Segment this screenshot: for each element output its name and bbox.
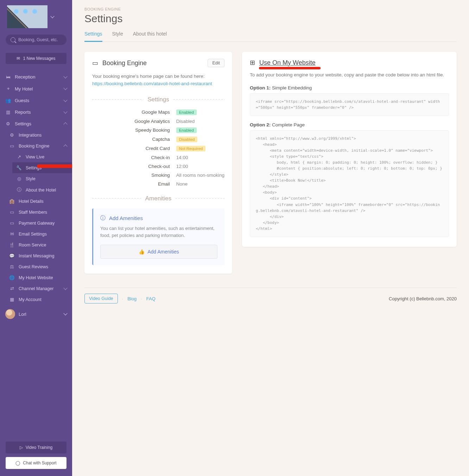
- nav-room-service[interactable]: 🍴Room Service: [5, 239, 72, 250]
- nav-myhotel[interactable]: ⌖My Hotel: [0, 83, 72, 95]
- nav-im[interactable]: 💬Instant Messaging: [5, 250, 72, 261]
- nav-label: Guests: [15, 98, 60, 103]
- main-content: BOOKING ENGINE Settings Settings Style A…: [72, 0, 469, 476]
- chat-icon: 💬: [9, 253, 15, 258]
- info-icon: ⓘ: [100, 215, 106, 221]
- nav-staff[interactable]: ▭Staff Members: [5, 207, 72, 218]
- sliders-icon: ⚙: [5, 121, 11, 126]
- divider-label: Settings: [147, 96, 169, 103]
- nav-label: Integrations: [19, 133, 67, 138]
- add-amenities-button[interactable]: 👍Add Amenities: [100, 245, 217, 259]
- video-guide-button[interactable]: Video Guide: [84, 294, 118, 303]
- nav-hotel-details[interactable]: 🏨Hotel Details: [5, 196, 72, 207]
- messages-button[interactable]: ✉ 1 New Messages: [6, 53, 66, 64]
- search-icon: [11, 37, 15, 42]
- opt-text: Complete Page: [272, 122, 305, 127]
- faq-link[interactable]: FAQ: [146, 296, 156, 301]
- row-val: Enabled: [176, 109, 224, 115]
- booking-url-link[interactable]: https://booking.bellebnb.com/atavoli-hot…: [92, 81, 212, 86]
- nav-label: Hotel Details: [19, 199, 67, 204]
- btn-label: Add Amenities: [147, 249, 179, 255]
- hotel-selector[interactable]: [0, 0, 72, 32]
- sidebar: ✉ 1 New Messages 🛏Reception ⌖My Hotel 👥G…: [0, 0, 72, 476]
- amenities-info: ⓘAdd Amenities You can list your hotel a…: [92, 208, 224, 265]
- tab-style[interactable]: Style: [112, 31, 123, 42]
- code-embed-simple[interactable]: <iframe src="https://booking.bellebnb.co…: [250, 93, 449, 116]
- sidebar-footer: ▷Video Training ◯Chat with Support: [0, 437, 72, 476]
- messages-label: 1 New Messages: [23, 56, 55, 61]
- hotel-image: [7, 5, 47, 28]
- nav-about-hotel[interactable]: ⓘAbout the Hotel: [12, 184, 72, 196]
- row-key: Check-in: [92, 155, 170, 160]
- nav-reviews[interactable]: ⚖Guest Reviews: [5, 261, 72, 272]
- card-description: To add your booking engine to your websi…: [250, 71, 449, 79]
- nav-guests[interactable]: 👥Guests: [0, 95, 72, 106]
- chevron-down-icon: [63, 286, 67, 290]
- nav-be-style[interactable]: ◎Style: [12, 173, 72, 184]
- nav-payment[interactable]: ▭Payment Gateway: [5, 218, 72, 228]
- breadcrumb: BOOKING ENGINE: [84, 7, 457, 11]
- row-val: Disabled: [176, 137, 224, 142]
- nav-reports[interactable]: ▥Reports: [0, 106, 72, 118]
- amenities-divider: Amenities: [92, 195, 224, 202]
- nav-website[interactable]: 🌐My Hotel Website: [5, 272, 72, 283]
- wrench-icon: 🔧: [16, 165, 22, 170]
- main-nav: 🛏Reception ⌖My Hotel 👥Guests ▥Reports ⚙S…: [0, 71, 72, 437]
- nav-reception[interactable]: 🛏Reception: [0, 71, 72, 83]
- user-name: Lorl: [19, 312, 61, 317]
- nav-label: Guest Reviews: [19, 264, 67, 269]
- row-key: Smoking: [92, 173, 170, 178]
- desc-text: Your booking engine's home page can be f…: [92, 74, 205, 79]
- row-val: 14:00: [176, 155, 224, 160]
- network-icon: ⇄: [9, 286, 15, 291]
- users-icon: 👥: [5, 98, 11, 103]
- nav-label: My Account: [19, 297, 67, 302]
- nav-email[interactable]: ✉Email Settings: [5, 228, 72, 239]
- chat-support-button[interactable]: ◯Chat with Support: [6, 457, 66, 469]
- nav-view-live[interactable]: ↗View Live: [12, 151, 72, 162]
- palette-icon: ◎: [16, 176, 22, 181]
- external-icon: ↗: [16, 154, 22, 159]
- opt-num: Option 2:: [250, 122, 271, 127]
- video-icon: ▷: [20, 445, 23, 450]
- nav-account[interactable]: ▦My Account: [5, 294, 72, 305]
- btn-label: Chat with Support: [23, 461, 56, 465]
- nav-label: Instant Messaging: [19, 253, 67, 258]
- message-icon: ✉: [17, 56, 20, 61]
- use-on-website-card: ⊞ Use On My Website To add your booking …: [242, 52, 457, 247]
- scale-icon: ⚖: [9, 264, 15, 269]
- nav-integrations[interactable]: ⚙Integrations: [5, 130, 72, 140]
- divider-label: Amenities: [145, 195, 172, 202]
- card-description: Your booking engine's home page can be f…: [92, 73, 224, 88]
- search-input[interactable]: [18, 37, 62, 42]
- row-key: Google Analytics: [92, 119, 170, 124]
- row-val: None: [176, 181, 224, 187]
- nav-be-settings[interactable]: 🔧Settings: [12, 162, 72, 173]
- edit-button[interactable]: Edit: [208, 59, 224, 67]
- nav-label: Email Settings: [19, 232, 67, 237]
- nav-label: Reports: [15, 109, 60, 115]
- blog-link[interactable]: Blog: [127, 296, 137, 301]
- nav-channel[interactable]: ⇄Channel Manager: [5, 283, 72, 294]
- option-2-label: Option 2: Complete Page: [250, 122, 449, 127]
- search-box[interactable]: [6, 35, 66, 45]
- gear-icon: ⚙: [9, 132, 15, 138]
- window-icon: ▭: [92, 59, 98, 67]
- chevron-down-icon: [63, 74, 67, 78]
- tab-settings[interactable]: Settings: [84, 31, 102, 42]
- chevron-down-icon: [63, 311, 67, 315]
- opt-text: Simple Embedding: [272, 85, 312, 90]
- enabled-badge: Enabled: [176, 127, 197, 133]
- nav-label: Booking Engine: [19, 144, 60, 149]
- disabled-badge: Disabled: [176, 137, 198, 142]
- card-title-text: Booking Engine: [102, 60, 147, 67]
- code-embed-full[interactable]: <html xmlns="http://www.w3.org/1999/xhtm…: [250, 130, 449, 237]
- globe-icon: 🌐: [9, 275, 15, 280]
- annotation-mark: [259, 67, 321, 69]
- tab-about[interactable]: About this hotel: [133, 31, 167, 42]
- row-val: Disabled: [176, 119, 224, 124]
- nav-booking-engine[interactable]: ▭Booking Engine: [5, 140, 72, 151]
- user-menu[interactable]: Lorl: [0, 305, 72, 323]
- video-training-button[interactable]: ▷Video Training: [6, 441, 66, 453]
- nav-settings[interactable]: ⚙Settings: [0, 118, 72, 130]
